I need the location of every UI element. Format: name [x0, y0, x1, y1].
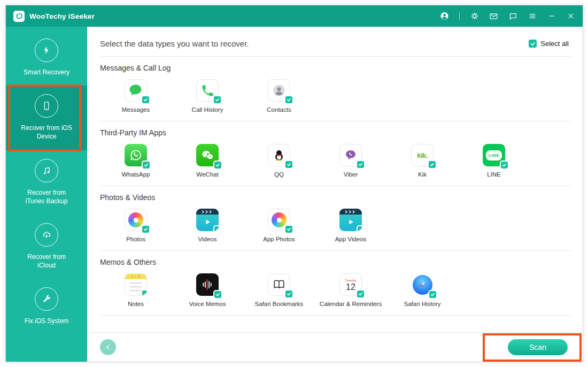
notes-top-strip: [125, 274, 146, 279]
film-strip-icon: [196, 209, 219, 215]
datatype-safari-history[interactable]: Safari History: [386, 273, 458, 307]
section-title: Memos & Others: [100, 258, 570, 266]
datatype-app-videos[interactable]: App Videos: [315, 209, 386, 242]
sidebar-item-recover-itunes-backup[interactable]: Recover from iTunes Backup: [6, 150, 87, 215]
qq-app-icon: [268, 144, 290, 166]
messages-app-icon: [125, 79, 147, 102]
datatype-label: Photos: [126, 236, 145, 242]
line-logo-text: LINE: [489, 153, 499, 158]
app-window: WooTechy iSeeker: [5, 5, 583, 362]
datatype-label: App Photos: [263, 236, 295, 242]
check-badge: [357, 290, 364, 297]
datatype-photos[interactable]: Photos: [100, 209, 172, 242]
datatype-label: Messages: [122, 106, 150, 113]
datatype-label: QQ: [274, 171, 284, 178]
minimize-icon[interactable]: [547, 12, 556, 21]
close-icon[interactable]: [566, 12, 575, 21]
notes-app-icon: [125, 273, 147, 296]
datatype-label: Kik: [418, 171, 427, 178]
datatype-viber[interactable]: Viber: [315, 144, 386, 178]
datatype-kik[interactable]: kik. Kik: [386, 144, 458, 178]
safari-history-app-icon: [411, 273, 434, 296]
datatype-notes[interactable]: Notes: [100, 273, 172, 307]
mail-icon[interactable]: [489, 12, 498, 21]
sidebar-item-label: Fix iOS System: [18, 317, 75, 325]
check-badge: [214, 291, 221, 298]
photos-flower-icon: [128, 212, 143, 227]
select-all-label[interactable]: Select all: [540, 40, 569, 48]
photos-app-icon: [125, 209, 147, 231]
app-logo-icon: [13, 11, 25, 22]
datatype-qq[interactable]: QQ: [243, 144, 315, 178]
datatype-line[interactable]: LINE LINE: [458, 144, 530, 178]
main-content: Select the data types you want to recove…: [87, 27, 583, 362]
lightning-recovery-icon: [35, 39, 58, 62]
datatype-whatsapp[interactable]: WhatsApp: [100, 144, 172, 178]
checkbox-checked-icon[interactable]: [529, 40, 537, 48]
feedback-chat-icon[interactable]: [508, 12, 517, 21]
check-badge: [357, 161, 364, 168]
whatsapp-app-icon: [125, 144, 147, 166]
select-all-checkbox[interactable]: Select all: [529, 40, 569, 48]
kik-app-icon: kik.: [411, 144, 434, 166]
calendar-app-icon: Tuesday 12: [339, 273, 362, 296]
call-history-app-icon: [196, 79, 219, 102]
check-badge: [358, 226, 362, 231]
datatype-contacts[interactable]: Contacts: [243, 79, 315, 113]
check-badge: [142, 96, 149, 103]
sidebar-item-label: Recover from iCloud: [18, 253, 75, 270]
viber-app-icon: [339, 144, 362, 166]
datatype-label: Viber: [344, 171, 358, 178]
datatype-calendar-reminders[interactable]: Tuesday 12 Calendar & Reminders: [315, 273, 386, 307]
section-title: Messages & Call Log: [100, 64, 570, 72]
datatype-call-history[interactable]: Call History: [172, 79, 243, 113]
section-title: Third-Party IM Apps: [100, 128, 570, 137]
scan-button[interactable]: Scan: [508, 339, 568, 355]
check-badge: [501, 162, 508, 169]
section-third-party-im: Third-Party IM Apps WhatsApp: [87, 121, 583, 186]
menu-icon[interactable]: [528, 12, 537, 21]
calendar-day: 12: [346, 282, 355, 292]
back-button[interactable]: [100, 339, 116, 355]
account-avatar-icon[interactable]: [440, 12, 449, 21]
music-note-icon: [35, 159, 58, 182]
check-badge: [429, 161, 436, 168]
line-app-icon: LINE: [483, 144, 505, 166]
check-badge: [285, 96, 292, 103]
datatype-label: Contacts: [267, 106, 291, 113]
sidebar-item-label: Recover from iOS Device: [18, 124, 75, 141]
sidebar-item-recover-ios-device[interactable]: Recover from iOS Device: [6, 86, 87, 150]
datatype-voice-memos[interactable]: Voice Memos: [172, 273, 243, 307]
line-bubble: LINE: [486, 150, 502, 160]
kik-logo-text: kik.: [417, 151, 428, 159]
datatype-wechat[interactable]: WeChat: [172, 144, 243, 178]
datatype-label: LINE: [487, 171, 501, 178]
datatype-label: Safari History: [404, 301, 440, 307]
wechat-app-icon: [196, 144, 219, 166]
check-badge: [142, 226, 149, 233]
sidebar-item-label: Smart Recovery: [18, 68, 75, 77]
datatype-label: Safari Bookmarks: [255, 301, 304, 307]
contacts-app-icon: [268, 79, 290, 102]
datatype-app-photos[interactable]: App Photos: [243, 209, 315, 242]
page-title: Select the data types you want to recove…: [100, 39, 249, 48]
wrench-icon: [35, 287, 58, 311]
datatype-videos[interactable]: Videos: [172, 209, 243, 242]
datatype-label: Notes: [128, 301, 144, 307]
sidebar-item-smart-recovery[interactable]: Smart Recovery: [6, 30, 87, 86]
datatype-messages[interactable]: Messages: [100, 79, 172, 113]
datatype-label: WeChat: [196, 171, 218, 178]
check-badge: [214, 226, 219, 231]
sidebar-item-recover-icloud[interactable]: Recover from iCloud: [6, 215, 87, 279]
safari-bookmarks-app-icon: [268, 273, 290, 296]
check-badge: [143, 162, 150, 169]
section-messages-call-log: Messages & Call Log Messages: [87, 57, 583, 121]
check-badge: [429, 291, 436, 298]
titlebar: WooTechy iSeeker: [6, 5, 583, 27]
datatype-safari-bookmarks[interactable]: Safari Bookmarks: [243, 273, 315, 307]
section-title: Photos & Videos: [100, 193, 570, 202]
sidebar-item-fix-ios-system[interactable]: Fix iOS System: [6, 279, 87, 334]
check-badge: [142, 290, 147, 296]
settings-gear-icon[interactable]: [470, 12, 479, 21]
datatype-label: Voice Memos: [189, 301, 226, 307]
